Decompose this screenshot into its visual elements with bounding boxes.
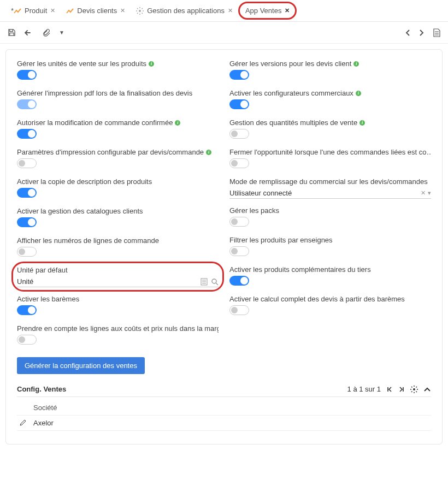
toggle[interactable] [17,335,37,345]
field-label: Générer l'impression pdf lors de la fina… [17,89,219,97]
prev-icon[interactable] [405,29,410,37]
field-label: Activer la gestion des catalogues client… [17,207,219,215]
table-row[interactable]: Axelor [17,416,431,431]
chart-icon [14,8,21,14]
search-icon[interactable] [211,278,219,286]
tab-label: App Ventes [245,7,282,15]
clear-icon[interactable]: ✕ [421,189,426,197]
collapse-icon[interactable] [423,387,431,392]
toggle[interactable] [17,217,37,227]
generate-config-button[interactable]: Générer la configuration des ventes [17,357,145,374]
list-icon[interactable] [201,278,208,286]
edit-icon[interactable] [19,419,26,426]
pager-text: 1 à 1 sur 1 [347,385,381,393]
toggle[interactable] [229,246,249,256]
svg-point-0 [139,10,141,12]
pager-first-icon[interactable] [386,386,393,393]
field: Gérer les packs [229,206,431,228]
next-icon[interactable] [419,29,425,37]
tab-gestion-applications[interactable]: Gestion des applications ✕ [131,2,238,19]
close-icon[interactable]: ✕ [228,7,233,14]
info-icon[interactable] [359,120,365,126]
save-icon[interactable] [8,28,16,37]
field-label: Activer les configurateurs commerciaux [229,89,431,97]
field: Gérer les versions pour les devis client [229,60,431,81]
toggle[interactable] [17,70,37,80]
tab-bar: * Produit ✕ Devis clients ✕ Gestion des … [0,0,448,22]
field: Gestion des quantités multiples de vente [229,118,431,140]
toggle[interactable] [229,158,249,168]
toggle[interactable] [229,305,249,315]
toggle[interactable] [17,158,37,168]
field: Unité par défautUnité [17,266,219,287]
cell-value: Axelor [33,419,54,427]
left-column: Gérer les unités de vente sur les produi… [17,60,219,354]
undo-icon[interactable] [25,29,33,37]
field: Fermer l'opportunité lorsque l'une des c… [229,148,431,170]
field-label: Afficher les numéros de lignes de comman… [17,236,219,245]
toggle[interactable] [229,129,249,139]
select-field[interactable]: Utilisateur connecté✕▾ [229,188,431,199]
toggle[interactable] [17,305,37,315]
field-label: Activer les produits complémentaires du … [229,265,431,274]
field-label: Unité par défaut [17,266,219,274]
tab-label: Gestion des applications [147,7,225,15]
field: Mode de remplissage du commercial sur le… [229,177,431,199]
toggle[interactable] [17,99,37,109]
field-label: Fermer l'opportunité lorsque l'une des c… [229,148,431,156]
table-header-row: Société [17,400,431,416]
gear-icon [136,7,144,15]
toggle[interactable] [229,70,249,80]
tab-label: Produit [25,7,47,15]
field-label: Autoriser la modification de commande co… [17,118,219,127]
page-icon[interactable] [433,28,440,37]
close-icon[interactable]: ✕ [50,7,55,14]
field: Gérer les unités de vente sur les produi… [17,60,219,81]
tab-label: Devis clients [77,7,117,15]
toggle[interactable] [229,276,249,286]
field-label: Gérer les packs [229,206,431,215]
field: Filtrer les produits par enseignes [229,236,431,258]
info-icon[interactable] [149,61,154,67]
tab-devis-clients[interactable]: Devis clients ✕ [61,2,131,19]
field: Activer les produits complémentaires du … [229,265,431,287]
info-icon[interactable] [206,150,211,155]
field-label: Activer la copie de description des prod… [17,177,219,186]
toggle[interactable] [229,217,249,227]
close-icon[interactable]: ✕ [285,7,290,14]
svg-point-2 [212,279,216,283]
info-icon[interactable] [175,120,180,126]
toggle[interactable] [17,247,37,257]
tab-produit[interactable]: * Produit ✕ [5,2,61,19]
field: Prendre en compte les lignes aux coûts e… [17,324,219,346]
column-header: Société [33,404,57,412]
info-icon[interactable] [356,91,361,96]
close-icon[interactable]: ✕ [120,7,125,14]
caret-down-icon[interactable]: ▼ [59,29,64,35]
attachment-icon[interactable] [42,28,50,37]
gear-icon[interactable] [410,386,418,393]
field: Paramètres d'impression configurable par… [17,148,219,170]
info-icon[interactable] [353,61,359,67]
field-label: Activer le calcul complet des devis à pa… [229,295,431,303]
form-card: Gérer les unités de vente sur les produi… [5,49,443,445]
field-label: Gestion des quantités multiples de vente [229,118,431,127]
field: Activer les configurateurs commerciaux [229,89,431,111]
field: Activer les barèmes [17,295,219,317]
chart-icon [66,8,74,14]
tab-app-ventes[interactable]: App Ventes ✕ [238,2,297,20]
chevron-down-icon[interactable]: ▾ [428,189,431,197]
field-label: Gérer les unités de vente sur les produi… [17,60,219,68]
field-label: Gérer les versions pour les devis client [229,60,431,68]
toggle[interactable] [17,188,37,198]
right-column: Gérer les versions pour les devis client… [229,60,431,354]
field-label: Mode de remplissage du commercial sur le… [229,177,431,186]
field: Activer le calcul complet des devis à pa… [229,295,431,317]
field: Générer l'impression pdf lors de la fina… [17,89,219,111]
pager-last-icon[interactable] [398,386,405,393]
lookup-field[interactable]: Unité [17,276,219,287]
toggle[interactable] [229,99,249,109]
toggle[interactable] [17,129,37,139]
svg-point-3 [413,388,415,390]
field-label: Paramètres d'impression configurable par… [17,148,219,156]
